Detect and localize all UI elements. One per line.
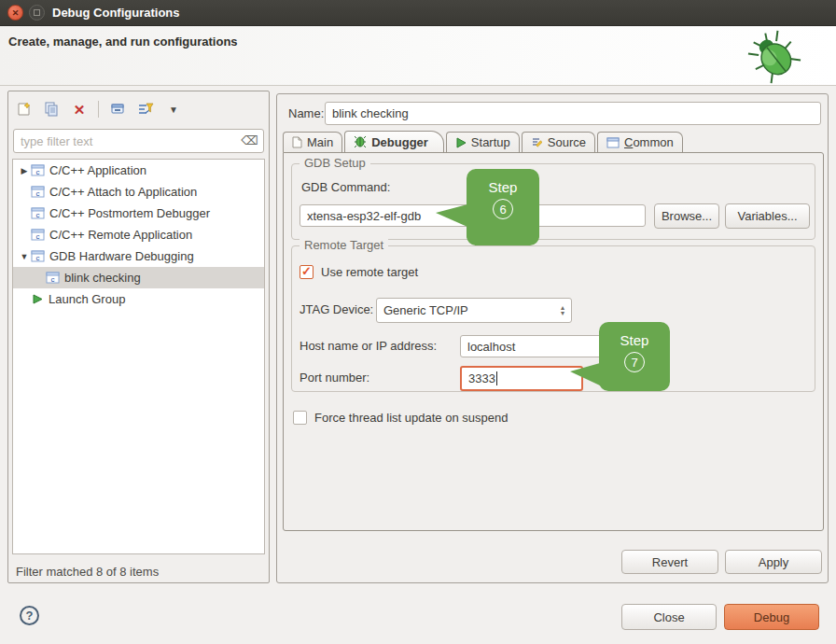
name-label: Name: (288, 106, 324, 120)
use-remote-target-label: Use remote target (321, 265, 418, 279)
port-input[interactable]: 3333 (460, 366, 583, 391)
debugger-tab-content: GDB Setup GDB Command: Browse... Variabl… (283, 152, 824, 531)
step-text: Step (620, 332, 649, 348)
svg-text:c: c (36, 168, 40, 176)
launch-group-play-icon (31, 293, 44, 305)
tree-item-launch-group[interactable]: Launch Group (13, 288, 264, 310)
menu-dropdown-icon[interactable]: ▼ (164, 100, 183, 119)
configuration-editor-panel: Name: Main Debugger Startup Source (276, 93, 829, 583)
close-button[interactable]: Close (621, 604, 717, 630)
svg-text:c: c (36, 254, 40, 262)
tree-item-cpp-attach[interactable]: c C/C++ Attach to Application (13, 181, 264, 203)
step-number: 7 (624, 352, 645, 372)
apply-button[interactable]: Apply (725, 550, 822, 574)
callout-tail-icon (436, 204, 467, 227)
expander-expanded-icon[interactable]: ▼ (18, 252, 31, 261)
step-6-callout: Step 6 (467, 169, 539, 245)
c-app-icon: c (31, 207, 45, 219)
clear-filter-icon[interactable]: ⌫ (242, 133, 258, 147)
force-thread-checkbox[interactable] (293, 411, 307, 425)
remote-target-group: Remote Target Use remote target JTAG Dev… (291, 245, 815, 392)
tree-item-label: C/C++ Postmortem Debugger (49, 206, 210, 220)
port-value: 3333 (468, 371, 495, 385)
source-icon (531, 136, 543, 148)
use-remote-target-checkbox[interactable] (300, 265, 314, 279)
expander-collapsed-icon[interactable]: ▶ (18, 166, 31, 175)
jtag-device-value: Generic TCP/IP (383, 303, 555, 317)
gdb-command-label: GDB Command: (301, 180, 390, 194)
tree-item-label: C/C++ Application (49, 163, 146, 177)
title-bar: ✕ Debug Configurations (0, 0, 836, 26)
c-app-icon: c (31, 164, 45, 176)
tab-common[interactable]: Common (597, 132, 683, 152)
tree-item-blink-checking[interactable]: c blink checking (13, 267, 264, 288)
filter-status-text: Filter matched 8 of 8 items (16, 565, 159, 579)
maximize-window-icon[interactable] (29, 5, 45, 21)
dialog-subtitle: Create, manage, and run configurations (8, 35, 238, 49)
bug-icon (354, 135, 367, 148)
jtag-device-select[interactable]: Generic TCP/IP ▴▾ (376, 298, 572, 323)
host-input[interactable] (460, 335, 615, 357)
browse-button[interactable]: Browse... (654, 203, 719, 229)
tab-source[interactable]: Source (522, 132, 595, 152)
tab-label: Startup (471, 135, 510, 149)
host-label: Host name or IP address: (300, 339, 437, 353)
tab-main[interactable]: Main (283, 132, 342, 152)
play-icon (455, 137, 467, 148)
tree-item-label: blink checking (64, 271, 141, 285)
debug-configurations-dialog: ✕ Debug Configurations Create, manage, a… (0, 0, 836, 644)
step-text: Step (489, 179, 518, 195)
debug-bug-icon (745, 29, 804, 85)
spinner-icon: ▴▾ (555, 305, 564, 316)
filter-field-wrap: ⌫ (13, 129, 264, 153)
port-label: Port number: (300, 371, 369, 385)
step-7-callout: Step 7 (599, 322, 670, 391)
c-app-icon: c (46, 272, 60, 284)
tree-item-cpp-remote[interactable]: c C/C++ Remote Application (13, 224, 264, 245)
variables-button[interactable]: Variables... (725, 203, 810, 229)
tab-label: Debugger (371, 135, 428, 149)
c-app-icon: c (31, 229, 45, 241)
tab-label: Source (548, 135, 586, 149)
tree-item-cpp-application[interactable]: ▶ c C/C++ Application (13, 160, 264, 181)
jtag-device-label: JTAG Device: (300, 302, 373, 316)
filter-input[interactable] (13, 129, 264, 153)
configurations-tree: ▶ c C/C++ Application c C/C++ Attach to … (12, 159, 265, 554)
delete-configuration-icon[interactable]: ✕ (70, 100, 89, 119)
close-window-icon[interactable]: ✕ (7, 5, 23, 21)
tab-label: Main (307, 135, 333, 149)
tab-label: Common (624, 135, 674, 149)
debug-button[interactable]: Debug (724, 604, 819, 630)
configurations-panel: ✕ ▼ ⌫ ▶ c C/C++ Application c C/C++ (7, 91, 270, 583)
editor-tabs: Main Debugger Startup Source Common (283, 132, 685, 152)
step-number: 6 (493, 199, 513, 219)
toolbar-separator (98, 101, 99, 118)
tree-item-label: C/C++ Attach to Application (49, 185, 197, 199)
text-cursor (496, 371, 497, 385)
tab-startup[interactable]: Startup (446, 132, 520, 152)
help-button[interactable]: ? (20, 606, 39, 625)
tree-item-label: C/C++ Remote Application (49, 228, 192, 242)
svg-text:c: c (36, 232, 40, 241)
svg-text:c: c (51, 275, 55, 284)
gdb-setup-group-label: GDB Setup (300, 156, 370, 170)
page-icon (292, 136, 302, 148)
remote-target-group-label: Remote Target (300, 238, 388, 252)
tree-item-label: Launch Group (49, 292, 125, 306)
gdb-setup-group: GDB Setup GDB Command: Browse... Variabl… (291, 163, 815, 240)
force-thread-label: Force thread list update on suspend (314, 411, 508, 425)
duplicate-configuration-icon[interactable] (42, 100, 61, 119)
revert-button[interactable]: Revert (621, 550, 718, 574)
configurations-toolbar: ✕ ▼ (14, 96, 183, 122)
name-input[interactable] (325, 102, 821, 125)
new-configuration-icon[interactable] (14, 100, 33, 119)
window-icon (606, 137, 620, 148)
tab-debugger[interactable]: Debugger (344, 131, 444, 152)
callout-tail-icon (570, 363, 600, 385)
tree-item-label: GDB Hardware Debugging (49, 249, 194, 263)
tree-item-gdb-hardware[interactable]: ▼ c GDB Hardware Debugging (13, 245, 264, 267)
tree-item-cpp-postmortem[interactable]: c C/C++ Postmortem Debugger (13, 203, 264, 224)
collapse-all-icon[interactable] (108, 100, 127, 119)
dialog-header: Create, manage, and run configurations (0, 26, 836, 86)
filter-configurations-icon[interactable] (136, 100, 155, 119)
